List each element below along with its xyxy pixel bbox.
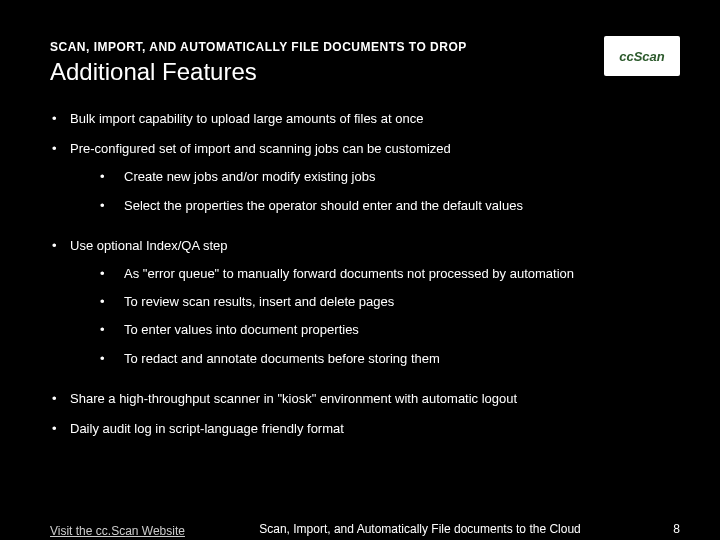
page-number: 8 bbox=[640, 522, 680, 538]
sub-list: •As "error queue" to manually forward do… bbox=[70, 265, 670, 368]
ccscan-logo: ccScan bbox=[604, 36, 680, 76]
sub-text: To enter values into document properties bbox=[124, 321, 670, 339]
bullet-icon: • bbox=[50, 110, 70, 128]
bullet-list: • Bulk import capability to upload large… bbox=[50, 110, 670, 438]
bullet-icon: • bbox=[50, 140, 70, 225]
bullet-text: Bulk import capability to upload large a… bbox=[70, 111, 423, 126]
list-item: • Share a high-throughput scanner in "ki… bbox=[50, 390, 670, 408]
bullet-icon: • bbox=[100, 197, 124, 215]
sub-text: As "error queue" to manually forward doc… bbox=[124, 265, 670, 283]
footer-caption: Scan, Import, and Automatically File doc… bbox=[200, 522, 640, 538]
list-item: • Use optional Index/QA step •As "error … bbox=[50, 237, 670, 378]
list-item: • Pre-configured set of import and scann… bbox=[50, 140, 670, 225]
bullet-icon: • bbox=[50, 390, 70, 408]
bullet-text: Daily audit log in script-language frien… bbox=[70, 421, 344, 436]
list-item: •As "error queue" to manually forward do… bbox=[70, 265, 670, 283]
bullet-icon: • bbox=[100, 350, 124, 368]
bullet-icon: • bbox=[100, 293, 124, 311]
bullet-text: Pre-configured set of import and scannin… bbox=[70, 141, 451, 156]
sub-text: To review scan results, insert and delet… bbox=[124, 293, 670, 311]
bullet-icon: • bbox=[100, 321, 124, 339]
sub-text: Create new jobs and/or modify existing j… bbox=[124, 168, 670, 186]
bullet-text: Use optional Index/QA step bbox=[70, 238, 228, 253]
bullet-icon: • bbox=[100, 168, 124, 186]
slide-overline: SCAN, IMPORT, AND AUTOMATICALLY FILE DOC… bbox=[50, 40, 670, 54]
bullet-text: Share a high-throughput scanner in "kios… bbox=[70, 391, 517, 406]
bullet-icon: • bbox=[50, 420, 70, 438]
bullet-icon: • bbox=[100, 265, 124, 283]
list-item: •Select the properties the operator shou… bbox=[70, 197, 670, 215]
slide-title: Additional Features bbox=[50, 58, 670, 86]
list-item: •To enter values into document propertie… bbox=[70, 321, 670, 339]
sub-text: Select the properties the operator shoul… bbox=[124, 197, 670, 215]
list-item: •To redact and annotate documents before… bbox=[70, 350, 670, 368]
logo-text: ccScan bbox=[619, 49, 665, 64]
list-item: •Create new jobs and/or modify existing … bbox=[70, 168, 670, 186]
slide-footer: Visit the cc.Scan Website Scan, Import, … bbox=[50, 522, 680, 540]
bullet-icon: • bbox=[50, 237, 70, 378]
sub-list: •Create new jobs and/or modify existing … bbox=[70, 168, 670, 214]
footer-link[interactable]: Visit the cc.Scan Website bbox=[50, 524, 200, 538]
list-item: • Daily audit log in script-language fri… bbox=[50, 420, 670, 438]
sub-text: To redact and annotate documents before … bbox=[124, 350, 670, 368]
list-item: •To review scan results, insert and dele… bbox=[70, 293, 670, 311]
list-item: • Bulk import capability to upload large… bbox=[50, 110, 670, 128]
